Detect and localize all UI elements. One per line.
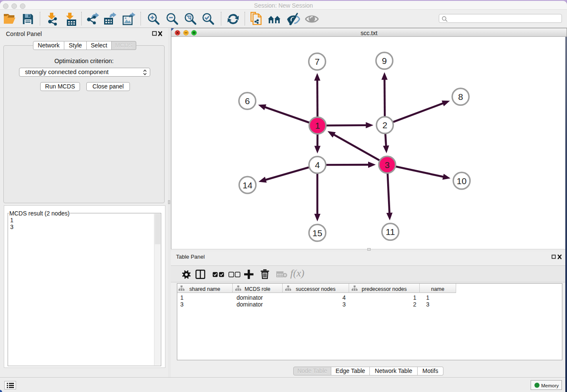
svg-text:8: 8 <box>458 92 463 102</box>
svg-text:4: 4 <box>315 160 320 170</box>
svg-text:2: 2 <box>383 120 388 130</box>
svg-text:14: 14 <box>242 180 253 190</box>
svg-text:10: 10 <box>457 176 466 186</box>
svg-text:1: 1 <box>315 121 320 130</box>
svg-text:9: 9 <box>382 56 387 66</box>
svg-text:11: 11 <box>386 227 395 237</box>
svg-text:7: 7 <box>315 57 320 66</box>
svg-text:3: 3 <box>385 160 390 170</box>
svg-text:6: 6 <box>245 96 250 106</box>
svg-text:15: 15 <box>312 228 322 238</box>
